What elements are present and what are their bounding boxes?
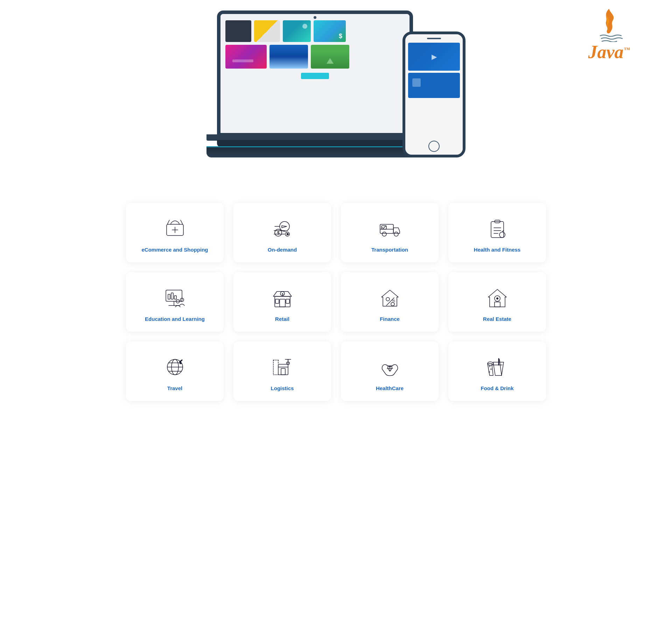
phone-home-button [428, 141, 440, 152]
logistics-label: Logistics [271, 385, 294, 391]
svg-point-20 [499, 232, 505, 238]
category-card-health-fitness[interactable]: Health and Fitness [448, 203, 546, 262]
svg-rect-41 [495, 302, 500, 307]
svg-point-12 [394, 232, 398, 236]
clipboard-health-icon [485, 216, 510, 241]
svg-point-63 [489, 365, 490, 367]
java-logo: Java™ [581, 7, 637, 62]
logistics-icon [270, 354, 295, 380]
svg-rect-25 [171, 293, 173, 299]
category-card-travel[interactable]: Travel [126, 342, 224, 401]
category-card-transportation[interactable]: Transportation [341, 203, 439, 262]
ecommerce-label: eCommerce and Shopping [141, 247, 208, 253]
ondemand-label: On-demand [268, 247, 297, 253]
shopping-basket-icon [162, 216, 188, 241]
category-card-ondemand[interactable]: $ On-demand [233, 203, 331, 262]
svg-rect-32 [286, 299, 289, 303]
category-card-ecommerce[interactable]: eCommerce and Shopping [126, 203, 224, 262]
svg-rect-48 [281, 368, 285, 375]
svg-rect-21 [166, 290, 182, 301]
category-card-finance[interactable]: % Finance [341, 272, 439, 332]
travel-globe-icon [162, 354, 188, 380]
phone-illustration [402, 31, 465, 157]
svg-line-61 [499, 359, 502, 375]
healthcare-hands-icon [377, 354, 402, 380]
truck-icon [377, 216, 402, 241]
svg-text:$: $ [277, 231, 280, 235]
retail-icon: $ [270, 285, 295, 310]
svg-point-11 [382, 232, 386, 236]
travel-label: Travel [167, 385, 182, 391]
svg-rect-30 [280, 299, 285, 307]
laptop-illustration [206, 10, 424, 157]
category-card-logistics[interactable]: Logistics [233, 342, 331, 401]
transportation-label: Transportation [371, 247, 408, 253]
svg-rect-31 [275, 299, 279, 303]
svg-text:$: $ [282, 293, 284, 296]
finance-label: Finance [380, 316, 400, 322]
category-card-retail[interactable]: $ Retail [233, 272, 331, 332]
healthcare-label: HealthCare [376, 385, 404, 391]
food-drink-label: Food & Drink [481, 385, 513, 391]
svg-rect-26 [174, 296, 176, 299]
education-label: Education and Learning [145, 316, 205, 322]
category-grid-section: eCommerce and Shopping $ On-demand [0, 182, 672, 422]
phone-speaker [427, 38, 441, 39]
svg-text:%: % [392, 299, 395, 303]
svg-point-65 [488, 371, 490, 373]
education-icon [162, 285, 188, 310]
svg-point-64 [490, 368, 492, 370]
retail-label: Retail [275, 316, 289, 322]
category-card-healthcare[interactable]: HealthCare [341, 342, 439, 401]
laptop-screen [220, 14, 410, 133]
finance-icon: % [377, 285, 402, 310]
svg-point-3 [280, 221, 289, 231]
svg-point-36 [391, 302, 394, 306]
svg-point-35 [386, 297, 390, 301]
real-estate-icon [485, 285, 510, 310]
category-card-real-estate[interactable]: Real Estate [448, 272, 546, 332]
category-grid: eCommerce and Shopping $ On-demand [126, 203, 546, 401]
svg-rect-29 [275, 296, 290, 307]
svg-point-40 [496, 297, 498, 300]
health-fitness-label: Health and Fitness [474, 247, 520, 253]
phone-screen [405, 34, 463, 155]
java-label: Java™ [581, 42, 637, 62]
on-demand-icon: $ [270, 216, 295, 241]
food-drink-icon [485, 354, 510, 380]
category-card-food-drink[interactable]: Food & Drink [448, 342, 546, 401]
real-estate-label: Real Estate [483, 316, 511, 322]
laptop-camera [314, 16, 316, 19]
category-card-education[interactable]: Education and Learning [126, 272, 224, 332]
svg-rect-47 [278, 364, 288, 375]
svg-rect-24 [168, 294, 170, 299]
hero-section: Java™ [0, 0, 672, 182]
svg-rect-15 [491, 221, 504, 238]
